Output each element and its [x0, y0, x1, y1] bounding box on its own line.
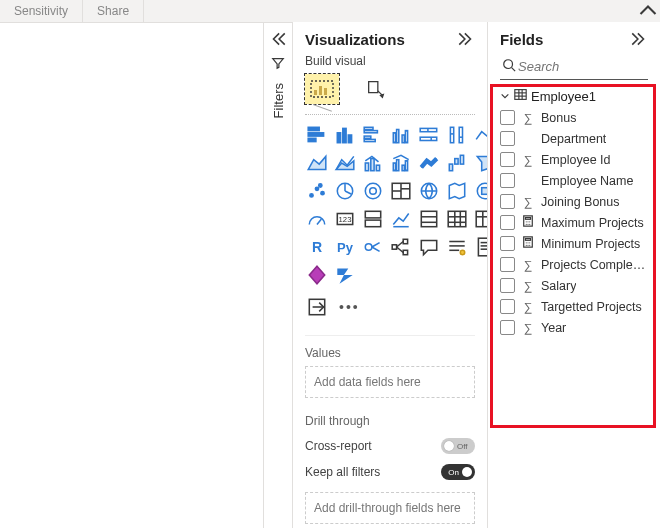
viz-matrix-icon[interactable]: [473, 207, 487, 231]
field-item[interactable]: Employee Name: [500, 173, 648, 188]
checkbox[interactable]: [500, 152, 515, 167]
viz-paginated-report-icon[interactable]: [473, 235, 487, 259]
checkbox[interactable]: [500, 236, 515, 251]
field-item[interactable]: ∑Bonus: [500, 110, 648, 125]
viz-waterfall-icon[interactable]: [445, 151, 469, 175]
field-item[interactable]: Department: [500, 131, 648, 146]
viz-r-visual-icon[interactable]: R: [305, 235, 329, 259]
filters-pane-collapsed[interactable]: Filters: [263, 22, 292, 528]
viz-ribbon-chart-icon[interactable]: [417, 151, 441, 175]
svg-point-98: [529, 224, 530, 225]
fields-search[interactable]: [500, 54, 648, 80]
drillthrough-drop-zone[interactable]: Add drill-through fields here: [305, 492, 475, 524]
viz-area-chart-icon[interactable]: [305, 151, 329, 175]
viz-stacked-column-icon[interactable]: [333, 123, 357, 147]
svg-rect-5: [308, 133, 323, 136]
svg-rect-92: [525, 218, 530, 220]
checkbox[interactable]: [500, 299, 515, 314]
viz-get-more-icon[interactable]: [305, 295, 329, 319]
checkbox[interactable]: [500, 257, 515, 272]
svg-rect-11: [364, 131, 377, 133]
field-item[interactable]: ∑Employee Id: [500, 152, 648, 167]
viz-funnel-icon[interactable]: [473, 151, 487, 175]
viz-power-automate-icon[interactable]: [333, 263, 357, 287]
viz-multirow-card-icon[interactable]: [361, 207, 385, 231]
viz-clustered-column-icon[interactable]: [389, 123, 413, 147]
svg-rect-29: [393, 163, 395, 171]
viz-line-clustered-column-icon[interactable]: [389, 151, 413, 175]
cross-report-toggle[interactable]: Off: [441, 438, 475, 454]
checkbox[interactable]: [500, 278, 515, 293]
svg-rect-3: [324, 88, 327, 95]
table-header-employee1[interactable]: Employee1: [500, 88, 648, 104]
viz-azure-map-icon[interactable]: [473, 179, 487, 203]
field-item[interactable]: ∑Salary: [500, 278, 648, 293]
keep-all-filters-toggle[interactable]: On: [441, 464, 475, 480]
checkbox[interactable]: [500, 173, 515, 188]
viz-key-influencers-icon[interactable]: [361, 235, 385, 259]
viz-treemap-icon[interactable]: [389, 179, 413, 203]
viz-card-icon[interactable]: 123: [333, 207, 357, 231]
viz-more-menu[interactable]: •••: [339, 299, 360, 315]
chevrons-right-icon[interactable]: [457, 30, 475, 48]
svg-point-36: [310, 194, 313, 197]
format-visual-button[interactable]: [359, 74, 393, 104]
cross-report-label: Cross-report: [305, 439, 372, 453]
viz-scatter-icon[interactable]: [305, 179, 329, 203]
viz-line-stacked-column-icon[interactable]: [361, 151, 385, 175]
svg-rect-26: [365, 163, 368, 171]
calculator-icon: [521, 215, 535, 230]
values-drop-zone[interactable]: Add data fields here: [305, 366, 475, 398]
chevrons-left-icon[interactable]: [269, 30, 287, 48]
viz-decomposition-tree-icon[interactable]: [389, 235, 413, 259]
viz-map-icon[interactable]: [417, 179, 441, 203]
svg-point-39: [319, 184, 322, 187]
svg-point-94: [527, 221, 528, 222]
checkbox[interactable]: [500, 215, 515, 230]
viz-slicer-icon[interactable]: [417, 207, 441, 231]
chevrons-right-icon[interactable]: [630, 30, 648, 48]
viz-pie-icon[interactable]: [333, 179, 357, 203]
ribbon-sensitivity[interactable]: Sensitivity: [0, 0, 83, 22]
viz-table-icon[interactable]: [445, 207, 469, 231]
checkbox[interactable]: [500, 131, 515, 146]
search-input[interactable]: [516, 58, 660, 75]
field-item[interactable]: ∑Projects Complet…: [500, 257, 648, 272]
checkbox[interactable]: [500, 110, 515, 125]
viz-stacked-area-icon[interactable]: [333, 151, 357, 175]
viz-100-stacked-column-icon[interactable]: [445, 123, 469, 147]
viz-clustered-bar-icon[interactable]: [361, 123, 385, 147]
viz-filled-map-icon[interactable]: [445, 179, 469, 203]
viz-line-chart-icon[interactable]: [473, 123, 487, 147]
viz-gauge-icon[interactable]: [305, 207, 329, 231]
checkbox[interactable]: [500, 194, 515, 209]
values-section-label: Values: [305, 335, 475, 360]
field-item[interactable]: Minimum Projects: [500, 236, 648, 251]
svg-rect-14: [393, 133, 395, 143]
viz-powerapps-icon[interactable]: [305, 263, 329, 287]
field-item[interactable]: ∑Targetted Projects: [500, 299, 648, 314]
ribbon-collapse-icon[interactable]: [636, 0, 660, 22]
ribbon-share[interactable]: Share: [83, 0, 144, 22]
svg-rect-78: [478, 238, 487, 256]
svg-rect-30: [397, 160, 399, 171]
viz-100-stacked-bar-icon[interactable]: [417, 123, 441, 147]
report-canvas[interactable]: [0, 22, 263, 528]
viz-smart-narrative-icon[interactable]: [445, 235, 469, 259]
build-visual-button[interactable]: [305, 74, 339, 104]
field-item[interactable]: ∑Year: [500, 320, 648, 335]
viz-stacked-bar-icon[interactable]: [305, 123, 329, 147]
viz-qna-icon[interactable]: [417, 235, 441, 259]
fields-title: Fields: [500, 31, 630, 48]
svg-rect-12: [364, 136, 371, 138]
viz-donut-icon[interactable]: [361, 179, 385, 203]
viz-py-visual-icon[interactable]: Py: [333, 235, 357, 259]
svg-rect-20: [420, 137, 437, 140]
svg-rect-2: [319, 86, 322, 95]
sigma-icon: ∑: [521, 321, 535, 335]
field-item[interactable]: ∑Joining Bonus: [500, 194, 648, 209]
checkbox[interactable]: [500, 320, 515, 335]
svg-rect-35: [460, 155, 463, 164]
viz-kpi-icon[interactable]: [389, 207, 413, 231]
field-item[interactable]: Maximum Projects: [500, 215, 648, 230]
